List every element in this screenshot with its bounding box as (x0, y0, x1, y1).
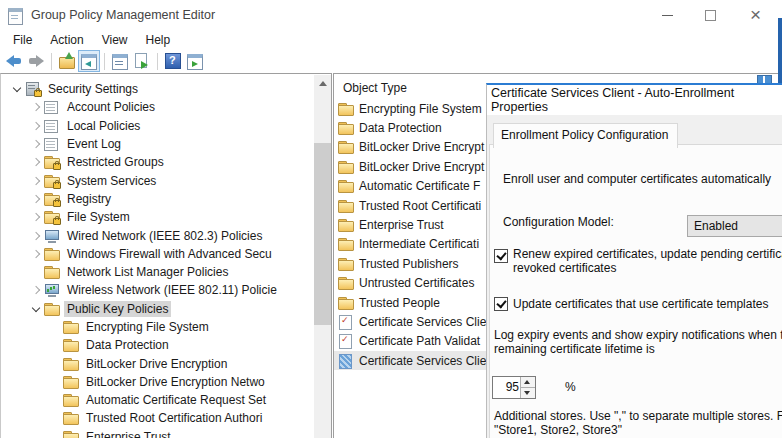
list-item-label: Untrusted Certificates (359, 276, 474, 290)
spinner-down-icon[interactable] (521, 388, 535, 398)
chevron-down-icon[interactable] (10, 82, 25, 96)
tree-item-label: Trusted Root Certification Authori (83, 410, 265, 426)
chevron-right-icon[interactable] (29, 174, 44, 188)
toolbar (0, 49, 782, 73)
intro-text: Enroll user and computer certificates au… (503, 172, 771, 186)
show-action-pane-icon[interactable] (185, 51, 205, 71)
folder-icon (338, 237, 354, 251)
folder-icon (44, 265, 60, 279)
tree-item[interactable]: Trusted Root Certification Authori (1, 409, 331, 427)
menu-action[interactable]: Action (41, 31, 92, 49)
up-one-level-icon[interactable] (57, 51, 77, 71)
console-tree: Security SettingsAccount PoliciesLocal P… (1, 80, 331, 438)
minimize-button[interactable] (645, 0, 690, 30)
tree-item-label: Local Policies (64, 118, 143, 134)
spinner-up-icon[interactable] (521, 377, 535, 388)
folder-lock-icon (44, 155, 60, 169)
tree-item-label: Automatic Certificate Request Set (83, 392, 269, 408)
chevron-right-icon[interactable] (29, 192, 44, 206)
folder-lock-icon (44, 192, 60, 206)
list-item-label: Automatic Certificate F (359, 179, 480, 193)
forward-icon[interactable] (26, 51, 46, 71)
tab-page: Enroll user and computer certificates au… (489, 144, 782, 438)
dialog-title-bar: Certificate Services Client - Auto-Enrol… (487, 85, 782, 115)
expiry-percentage-value[interactable]: 95 (493, 380, 519, 394)
tree-item-label: Public Key Policies (64, 301, 171, 317)
folder-icon (338, 102, 354, 116)
expiry-percentage-spinner[interactable]: 95 (492, 376, 536, 399)
update-templates-label: Update certificates that use certificate… (513, 297, 768, 311)
tree-item[interactable]: BitLocker Drive Encryption (1, 354, 331, 372)
tree-item[interactable]: Enterprise Trust (1, 428, 331, 438)
tree-item[interactable]: Network List Manager Policies (1, 263, 331, 281)
window-edge-accent (778, 18, 782, 86)
tree-item[interactable]: Registry (1, 190, 331, 208)
tree-item[interactable]: Wired Network (IEEE 802.3) Policies (1, 226, 331, 244)
chevron-down-icon[interactable] (29, 302, 44, 316)
scrollbar-thumb[interactable] (314, 143, 331, 325)
folder-icon (63, 430, 79, 438)
tree-item[interactable]: Security Settings (1, 80, 331, 98)
tree-item[interactable]: Public Key Policies (1, 300, 331, 318)
menu-help[interactable]: Help (137, 31, 180, 49)
expander-spacer (48, 393, 63, 407)
maximize-button[interactable] (688, 0, 733, 30)
tree-item[interactable]: Wireless Network (IEEE 802.11) Policie (1, 281, 331, 299)
tree-item-label: Wireless Network (IEEE 802.11) Policie (64, 282, 280, 298)
spinner-buttons (520, 377, 535, 398)
menu-file[interactable]: File (4, 31, 41, 49)
table-icon (44, 137, 60, 151)
export-list-icon[interactable] (132, 51, 152, 71)
toolbar-separator (51, 53, 52, 70)
tree-item[interactable]: Encrypting File System (1, 318, 331, 336)
tree-item[interactable]: Data Protection (1, 336, 331, 354)
folder-icon (338, 140, 354, 154)
tree-item[interactable]: BitLocker Drive Encryption Netwo (1, 373, 331, 391)
renew-certificates-label: Renew expired certificates, update pendi… (513, 248, 782, 275)
toolbar-separator (104, 53, 105, 70)
folder-icon (63, 375, 79, 389)
show-console-tree-icon[interactable] (79, 51, 99, 71)
chevron-right-icon[interactable] (29, 247, 44, 261)
chevron-right-icon[interactable] (29, 229, 44, 243)
monitor-green-icon (44, 283, 60, 297)
chevron-right-icon[interactable] (29, 283, 44, 297)
folder-icon (63, 393, 79, 407)
console-tree-pane: Security SettingsAccount PoliciesLocal P… (0, 73, 332, 438)
tree-item[interactable]: Local Policies (1, 117, 331, 135)
chevron-right-icon[interactable] (29, 119, 44, 133)
properties-window-icon[interactable] (110, 51, 130, 71)
chevron-right-icon[interactable] (29, 137, 44, 151)
update-templates-checkbox[interactable] (494, 297, 508, 311)
tree-item-label: Event Log (64, 136, 124, 152)
table-icon (44, 100, 60, 114)
renew-certificates-checkbox[interactable] (494, 249, 508, 263)
tree-item[interactable]: Restricted Groups (1, 153, 331, 171)
close-button[interactable] (735, 0, 780, 30)
help-icon[interactable] (163, 51, 183, 71)
chevron-right-icon[interactable] (29, 210, 44, 224)
tab-enrollment-policy-configuration[interactable]: Enrollment Policy Configuration (493, 123, 678, 148)
tree-item[interactable]: Event Log (1, 135, 331, 153)
tree-item[interactable]: Windows Firewall with Advanced Secu (1, 245, 331, 263)
chevron-right-icon[interactable] (29, 100, 44, 114)
menu-view[interactable]: View (93, 31, 137, 49)
tree-item[interactable]: Account Policies (1, 98, 331, 116)
cert-icon (338, 334, 354, 348)
tree-item[interactable]: System Services (1, 171, 331, 189)
back-icon[interactable] (4, 51, 24, 71)
list-item-label: Enterprise Trust (359, 218, 444, 232)
toolbar-separator (157, 53, 158, 70)
list-item-label: BitLocker Drive Encrypt (359, 140, 484, 154)
expander-spacer (48, 411, 63, 425)
chevron-right-icon[interactable] (29, 155, 44, 169)
configuration-model-select[interactable]: Enabled (687, 215, 782, 237)
list-item-label: Encrypting File System (359, 102, 482, 116)
tree-item-label: Network List Manager Policies (64, 264, 231, 280)
scroll-up-icon[interactable] (314, 75, 331, 92)
list-item-label: BitLocker Drive Encrypt (359, 160, 484, 174)
tree-item[interactable]: Automatic Certificate Request Set (1, 391, 331, 409)
tree-item[interactable]: File System (1, 208, 331, 226)
tree-scrollbar[interactable] (314, 75, 331, 438)
folder-icon (63, 320, 79, 334)
